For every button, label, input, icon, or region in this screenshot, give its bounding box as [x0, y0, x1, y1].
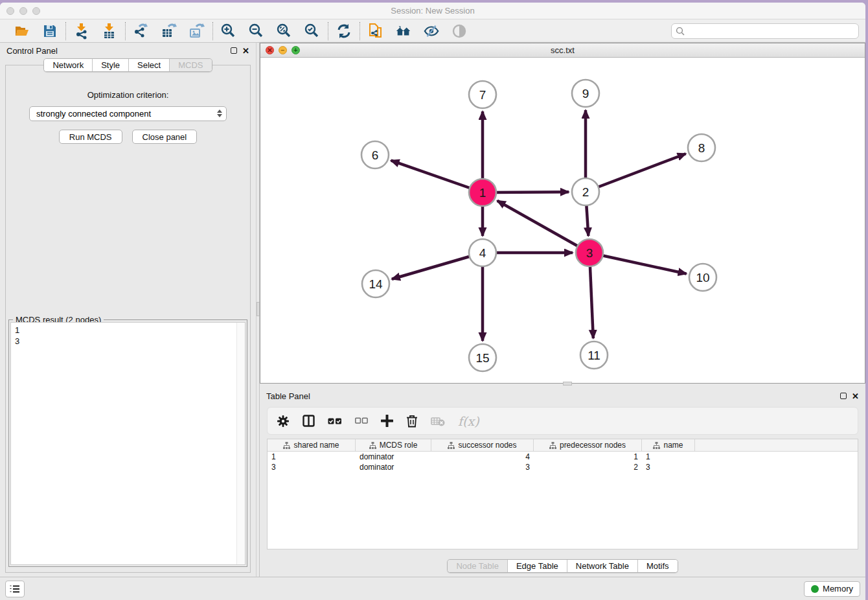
table-cell[interactable]: 3: [268, 462, 356, 472]
network-window: ✕ − + scc.txt 7968124314101511: [260, 43, 865, 384]
zoom-out-icon[interactable]: [248, 23, 265, 40]
node-2[interactable]: 2: [572, 178, 599, 205]
tab-select[interactable]: Select: [129, 59, 170, 71]
export-table-icon[interactable]: [161, 23, 177, 40]
zoom-in-icon[interactable]: [220, 23, 237, 40]
table-body[interactable]: 1dominator4113dominator323: [268, 452, 858, 549]
control-panel-title: Control Panel: [6, 46, 58, 56]
table-cell[interactable]: 2: [534, 462, 642, 472]
hide-panel-eye-icon[interactable]: [423, 23, 440, 40]
memory-button[interactable]: Memory: [804, 581, 860, 597]
select-stepper-icon: [217, 110, 222, 117]
table-header-row: shared nameMCDS rolesuccessor nodesprede…: [268, 439, 858, 452]
tab-network[interactable]: Network: [44, 59, 93, 71]
mcds-result-groupbox: MCDS result (2 nodes) 1 3: [8, 319, 247, 567]
column-header-MCDS-role[interactable]: MCDS role: [356, 439, 431, 451]
import-table-icon[interactable]: [101, 23, 118, 40]
mcds-result-lines: 1 3: [11, 323, 245, 349]
splitter-grip[interactable]: [563, 382, 572, 386]
table-cell[interactable]: dominator: [356, 452, 431, 462]
table-cell[interactable]: 1: [642, 452, 695, 462]
open-session-icon[interactable]: [14, 23, 30, 40]
table-settings-gear-icon[interactable]: [277, 415, 290, 428]
save-session-icon[interactable]: [41, 23, 58, 40]
memory-status-icon: [811, 585, 819, 593]
delete-column-icon[interactable]: [406, 415, 418, 428]
run-mcds-button[interactable]: Run MCDS: [59, 130, 122, 144]
main-area: Control Panel ✕ NetworkStyleSelectMCDS O…: [0, 43, 865, 577]
table-row[interactable]: 1dominator411: [268, 452, 858, 462]
zoom-fit-icon[interactable]: [276, 23, 293, 40]
horizontal-splitter[interactable]: [260, 384, 865, 386]
node-label: 15: [475, 351, 489, 365]
table-cell[interactable]: dominator: [356, 462, 431, 472]
column-header-name[interactable]: name: [642, 439, 695, 451]
export-network-icon[interactable]: [133, 23, 150, 40]
tab-motifs[interactable]: Motifs: [638, 560, 678, 572]
control-panel: Control Panel ✕ NetworkStyleSelectMCDS O…: [0, 43, 256, 577]
table-row[interactable]: 3dominator323: [268, 462, 858, 472]
tab-mcds[interactable]: MCDS: [170, 59, 211, 71]
table-cell[interactable]: 4: [431, 452, 534, 462]
node-1[interactable]: 1: [469, 179, 496, 206]
node-11[interactable]: 11: [580, 341, 608, 369]
node-6[interactable]: 6: [361, 141, 389, 168]
column-header-successor-nodes[interactable]: successor nodes: [431, 439, 534, 451]
table-cell[interactable]: 3: [431, 462, 534, 472]
zoom-selected-icon[interactable]: [304, 23, 321, 40]
column-header-predecessor-nodes[interactable]: predecessor nodes: [534, 439, 642, 451]
node-9[interactable]: 9: [572, 80, 599, 107]
select-all-icon[interactable]: [328, 417, 342, 425]
home-networks-icon[interactable]: [395, 23, 412, 40]
node-14[interactable]: 14: [362, 270, 389, 297]
mcds-result-textarea[interactable]: 1 3: [10, 322, 246, 565]
edge-2-8[interactable]: [586, 154, 686, 192]
node-3[interactable]: 3: [576, 239, 603, 266]
add-column-icon[interactable]: [381, 415, 393, 427]
tab-style[interactable]: Style: [93, 59, 129, 71]
window-title: Session: New Session: [0, 6, 865, 16]
table-cell[interactable]: 1: [534, 452, 642, 462]
close-panel-icon[interactable]: ✕: [242, 47, 249, 55]
edge-1-6[interactable]: [391, 161, 483, 192]
tab-network-table[interactable]: Network Table: [567, 560, 638, 572]
table-cell[interactable]: 3: [642, 462, 695, 472]
search-box: [671, 23, 859, 39]
result-scrollbar[interactable]: [236, 323, 245, 564]
mcds-tab-content: Optimization criterion: strongly connect…: [5, 65, 251, 573]
table-tabs: Node TableEdge TableNetwork TableMotifs: [260, 559, 865, 573]
apply-layout-icon[interactable]: [336, 23, 352, 40]
column-header-shared-name[interactable]: shared name: [268, 439, 356, 451]
node-10[interactable]: 10: [689, 264, 716, 291]
node-8[interactable]: 8: [688, 134, 715, 161]
control-panel-tabs: NetworkStyleSelectMCDS: [0, 58, 256, 72]
tab-node-table[interactable]: Node Table: [448, 560, 508, 572]
show-columns-icon[interactable]: [303, 415, 315, 427]
import-network-icon[interactable]: [73, 23, 90, 40]
main-toolbar: [0, 19, 865, 43]
node-7[interactable]: 7: [469, 81, 496, 108]
table-cell[interactable]: 1: [268, 452, 356, 462]
network-canvas[interactable]: 7968124314101511: [260, 58, 865, 383]
node-15[interactable]: 15: [469, 344, 496, 371]
task-history-button[interactable]: [5, 581, 25, 597]
optimization-criterion-select[interactable]: strongly connected component: [29, 106, 227, 121]
edge-3-1[interactable]: [497, 201, 589, 253]
hierarchy-icon: [283, 442, 290, 449]
float-panel-icon[interactable]: [231, 47, 237, 54]
vertical-splitter[interactable]: [256, 43, 260, 577]
close-table-panel-icon[interactable]: ✕: [852, 392, 859, 400]
status-bar: Memory: [0, 577, 865, 600]
node-label: 7: [479, 88, 486, 102]
duplicate-network-icon[interactable]: [367, 23, 384, 40]
node-4[interactable]: 4: [469, 239, 496, 266]
tab-edge-table[interactable]: Edge Table: [508, 560, 567, 572]
search-input[interactable]: [687, 26, 854, 36]
node-label: 1: [479, 186, 486, 200]
edge-3-10[interactable]: [589, 253, 687, 273]
deselect-all-icon[interactable]: [355, 417, 368, 424]
splitter-grip[interactable]: [257, 302, 260, 316]
export-image-icon[interactable]: [188, 23, 205, 40]
close-panel-button[interactable]: Close panel: [132, 130, 198, 144]
float-table-panel-icon[interactable]: [840, 393, 847, 399]
